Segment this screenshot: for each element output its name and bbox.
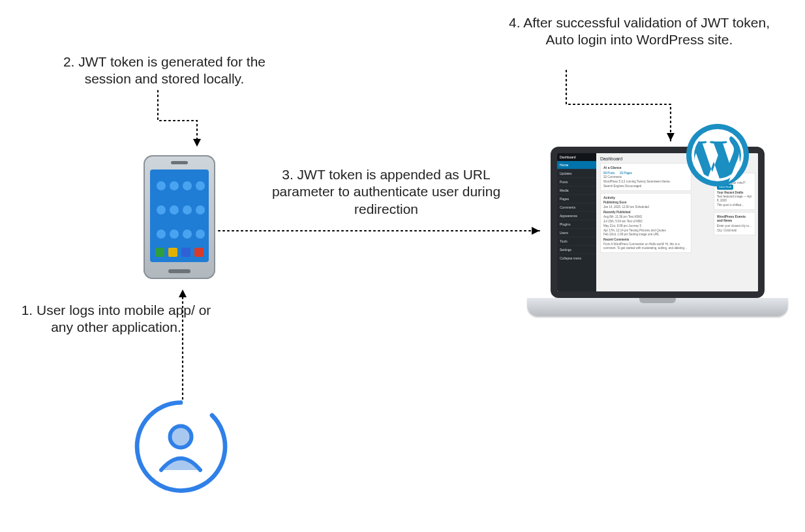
wp-sidebar-home: Home bbox=[557, 161, 596, 169]
arrow-step4 bbox=[566, 70, 677, 149]
arrow-step3 bbox=[219, 224, 548, 237]
arrow-step1 bbox=[176, 282, 189, 399]
user-icon bbox=[132, 398, 230, 495]
wp-events: WordPress Events and News Enter your clo… bbox=[714, 212, 755, 235]
wp-at-a-glance: At a Glance 69 Posts 26 Pages 32 Comment… bbox=[600, 163, 691, 191]
wordpress-logo-icon bbox=[685, 123, 750, 188]
svg-marker-7 bbox=[667, 133, 675, 141]
wp-admin-sidebar: Dashboard Home Updates Posts Media Pages… bbox=[557, 153, 596, 291]
step3-caption: 3. JWT token is appended as URL paramete… bbox=[256, 166, 517, 218]
svg-marker-6 bbox=[179, 289, 187, 297]
wp-activity: Activity Publishing Soon Jan 14, 2025, 1… bbox=[600, 193, 691, 253]
svg-point-0 bbox=[170, 426, 192, 448]
mobile-phone-icon bbox=[144, 155, 215, 279]
step1-caption: 1. User logs into mobile app/ or any oth… bbox=[18, 302, 214, 336]
svg-marker-4 bbox=[193, 139, 201, 147]
step4-caption: 4. After successful validation of JWT to… bbox=[502, 14, 776, 49]
step2-caption: 2. JWT token is generated for the sessio… bbox=[60, 53, 269, 88]
arrow-step2 bbox=[158, 91, 210, 155]
